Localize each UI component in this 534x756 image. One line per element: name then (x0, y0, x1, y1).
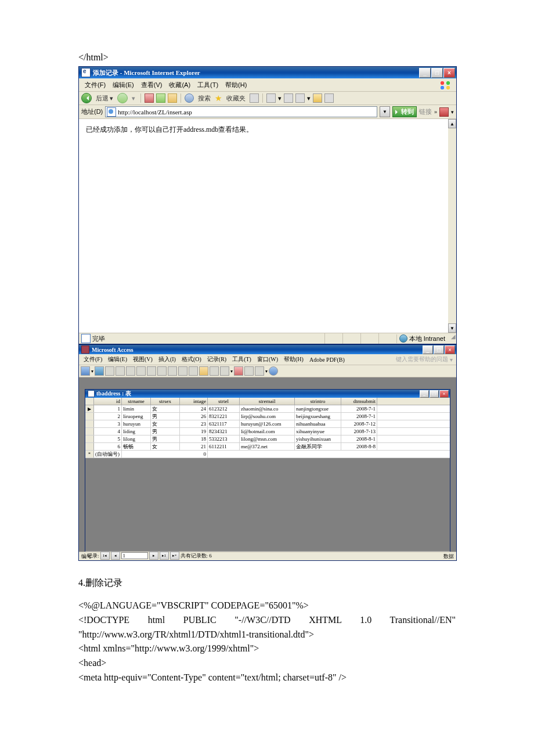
sort-desc-icon[interactable] (189, 366, 198, 376)
cell-name[interactable]: liding (122, 428, 151, 435)
home-icon[interactable] (168, 93, 177, 103)
maximize-button[interactable]: □ (430, 390, 439, 398)
close-button[interactable]: × (439, 390, 449, 398)
stop-icon[interactable] (145, 93, 154, 103)
cell-sex[interactable]: 女 (151, 420, 180, 427)
menu-help[interactable]: 帮助(H) (222, 80, 250, 90)
search-icon[interactable] (185, 93, 194, 103)
links-chevron-icon[interactable]: » (434, 109, 437, 115)
cell-tel[interactable]: 6321117 (208, 420, 240, 427)
cell-name[interactable]: 畅畅 (122, 443, 151, 450)
new-row[interactable]: * (自动编号) 0 (85, 451, 450, 458)
cell-tel[interactable]: 6123212 (208, 405, 240, 412)
table-row[interactable]: 6畅畅女216112211me@372.net金融系同学2008-8-8 (85, 443, 450, 451)
col-strsex[interactable]: strsex (151, 398, 180, 405)
cell-intro[interactable]: beijingxueshang (295, 413, 341, 420)
cell-submit[interactable]: 2008-7-13 (341, 428, 377, 435)
scroll-down-icon[interactable]: ▼ (448, 323, 456, 333)
minimize-button[interactable]: _ (423, 345, 433, 354)
nav-last-icon[interactable]: ▸I (160, 552, 169, 560)
cell-email[interactable]: zhaomin@sina.co (240, 405, 295, 412)
cell-tel[interactable]: 6112211 (208, 443, 240, 450)
pdf-dropdown-icon[interactable]: ▾ (451, 109, 454, 115)
cell-tel[interactable]: 5332213 (208, 435, 240, 442)
cell-age[interactable]: 18 (180, 435, 208, 442)
nav-next-icon[interactable]: ▸ (149, 552, 158, 560)
help-icon[interactable] (269, 366, 278, 376)
scroll-up-icon[interactable]: ▲ (448, 119, 456, 128)
back-icon[interactable] (81, 93, 92, 103)
filter-form-icon[interactable] (210, 366, 219, 376)
cell-id[interactable]: 6 (94, 443, 122, 450)
cut-icon[interactable] (136, 366, 146, 376)
back-button[interactable]: 后退 ▾ (94, 93, 115, 103)
address-input[interactable]: http://localhost/ZL/insert.asp (105, 106, 377, 117)
save-icon[interactable] (95, 366, 104, 376)
cell-email[interactable]: li@hotmail.com (240, 428, 295, 435)
cell-submit[interactable]: 2008-8-1 (341, 435, 377, 442)
cell-email[interactable]: lirp@souhu.com (240, 413, 295, 420)
col-dtmsubmit[interactable]: dtmsubmit (341, 398, 377, 405)
nav-position-input[interactable]: 1 (121, 552, 148, 559)
cell-age[interactable]: 24 (180, 405, 208, 412)
minimize-button[interactable]: _ (420, 390, 429, 398)
ac-menu-help[interactable]: 帮助(H) (281, 355, 306, 364)
cell-sex[interactable]: 男 (151, 435, 180, 442)
pdf-icon[interactable] (439, 107, 449, 117)
maximize-button[interactable]: □ (431, 68, 443, 78)
cell-intro[interactable]: yishuyihunixuan (295, 435, 341, 442)
cell-tel[interactable]: 8234321 (208, 428, 240, 435)
cell-name[interactable]: liruopeng (122, 413, 151, 420)
cell-tel[interactable]: 8321221 (208, 413, 240, 420)
mail-icon[interactable] (266, 93, 276, 103)
delete-record-icon[interactable] (244, 366, 254, 376)
row-selector[interactable] (85, 413, 94, 420)
col-strname[interactable]: strname (122, 398, 151, 405)
cell-age[interactable]: 21 (180, 443, 208, 450)
row-selector[interactable] (85, 420, 94, 427)
folder-icon[interactable] (313, 93, 322, 103)
cell-submit[interactable]: 2008-7-1 (341, 413, 377, 420)
nav-new-icon[interactable]: ▸* (170, 552, 179, 560)
close-button[interactable]: × (443, 68, 455, 78)
cell-sex[interactable]: 男 (151, 413, 180, 420)
links-label[interactable]: 链接 (419, 107, 432, 116)
cell-id[interactable]: 4 (94, 428, 122, 435)
col-id[interactable]: id (94, 398, 122, 405)
row-selector[interactable] (85, 443, 94, 450)
cell-id[interactable]: 3 (94, 420, 122, 427)
cell-sex[interactable]: 男 (151, 428, 180, 435)
col-strintro[interactable]: strintro (295, 398, 341, 405)
selector-header[interactable] (85, 398, 94, 405)
cell-submit[interactable]: 2008-7-12 (341, 420, 377, 427)
sort-asc-icon[interactable] (178, 366, 187, 376)
cell-sex[interactable]: 女 (151, 405, 180, 412)
menu-favorites[interactable]: 收藏(A) (165, 80, 194, 90)
table-row[interactable]: ▶1limin女246123212zhaomin@sina.conanjingt… (85, 405, 450, 413)
paste-icon[interactable] (157, 366, 167, 376)
cell-name[interactable]: lilong (122, 435, 151, 442)
undo-icon[interactable] (168, 366, 177, 376)
favorites-button[interactable]: 收藏夹 (225, 93, 247, 103)
cell-id[interactable]: 2 (94, 413, 122, 420)
close-button[interactable]: × (445, 345, 455, 354)
help-prompt[interactable]: 键入需要帮助的问题 (396, 355, 448, 363)
table-row[interactable]: 4liding男198234321li@hotmail.comxihuanyin… (85, 428, 450, 435)
preview-icon[interactable] (116, 366, 125, 376)
ac-menu-edit[interactable]: 编辑(E) (105, 355, 130, 364)
ac-menu-view[interactable]: 视图(V) (130, 355, 156, 364)
cell-sex[interactable]: 女 (151, 443, 180, 450)
ac-menu-format[interactable]: 格式(O) (179, 355, 204, 364)
table-row[interactable]: 5lilong男185332213lilong@msn.comyishuyihu… (85, 435, 450, 443)
go-button[interactable]: 转到 (392, 106, 417, 117)
forward-icon[interactable] (117, 93, 128, 103)
ac-menu-tools[interactable]: 工具(T) (229, 355, 254, 364)
col-stremail[interactable]: stremail (240, 398, 295, 405)
cell-intro[interactable]: nanjingtongxue (295, 405, 341, 412)
search-button[interactable]: 搜索 (196, 93, 212, 103)
nav-first-icon[interactable]: I◂ (100, 552, 110, 560)
discuss-icon[interactable] (324, 93, 334, 103)
row-selector[interactable] (85, 435, 94, 442)
cell-email[interactable]: huruyun@126.com (240, 420, 295, 427)
nav-prev-icon[interactable]: ◂ (111, 552, 120, 560)
